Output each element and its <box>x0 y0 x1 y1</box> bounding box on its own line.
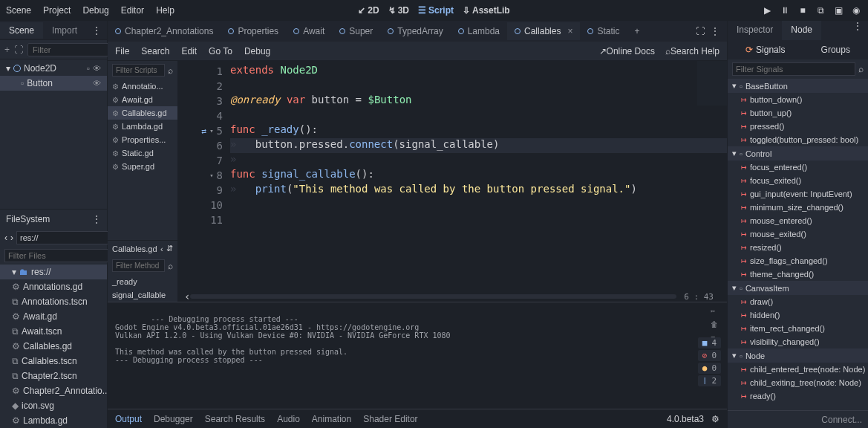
back-icon[interactable]: ‹ <box>160 244 163 253</box>
fs-file[interactable]: ⚙Await.gd <box>0 309 107 324</box>
script-list-item[interactable]: ⚙Properties... <box>108 133 177 146</box>
fs-file[interactable]: ⧉Chapter2.tscn <box>0 369 107 383</box>
code-line[interactable]: @onready var button = $Button <box>230 94 727 108</box>
view-assetlib-button[interactable]: ⇩AssetLib <box>463 5 510 16</box>
tab-groups[interactable]: Groups <box>821 45 850 55</box>
menu-scene[interactable]: Scene <box>6 5 31 16</box>
filter-method-input[interactable] <box>112 259 165 272</box>
signal-item[interactable]: ↦focus_entered() <box>728 160 868 174</box>
script-list-item[interactable]: ⚙Static.gd <box>108 146 177 160</box>
distraction-free-icon[interactable]: ⛶ <box>696 26 705 36</box>
script-menu-file[interactable]: File <box>115 46 129 56</box>
close-icon[interactable]: × <box>567 26 572 36</box>
code-line[interactable] <box>230 79 727 94</box>
menu-project[interactable]: Project <box>43 5 71 16</box>
code-line[interactable]: » button.pressed.connect(signal_callable… <box>230 138 727 153</box>
signal-group[interactable]: ▾▫BaseButton <box>728 79 868 93</box>
bottom-tab-output[interactable]: Output <box>115 414 142 424</box>
add-node-icon[interactable]: + <box>4 45 10 55</box>
script-menu-search[interactable]: Search <box>141 46 169 56</box>
signal-group[interactable]: ▾▫Control <box>728 146 868 160</box>
signal-item[interactable]: ↦focus_exited() <box>728 174 868 187</box>
play-scene-icon[interactable]: ⧉ <box>815 4 826 16</box>
override-icon[interactable]: ⇵ <box>166 244 173 253</box>
signal-item[interactable]: ↦size_flags_changed() <box>728 254 868 268</box>
menu-debug[interactable]: Debug <box>82 5 108 16</box>
error-count-badge[interactable]: ■4 <box>698 337 721 348</box>
visibility-icon[interactable]: 👁 <box>93 79 101 88</box>
view-script-button[interactable]: ☰Script <box>418 5 454 16</box>
inspector-tabs-menu-icon[interactable]: ⋮ <box>847 21 868 40</box>
signal-item[interactable]: ↦hidden() <box>728 308 868 322</box>
search-icon[interactable]: ⌕ <box>858 64 864 74</box>
fs-file[interactable]: ⚙Lambda.gd <box>0 413 107 428</box>
filter-scripts-input[interactable] <box>112 64 165 77</box>
scene-tabs-menu-icon[interactable]: ⋮ <box>86 25 107 36</box>
fs-folder-root[interactable]: ▾ 🖿 res:// <box>0 265 107 279</box>
add-tab-button[interactable]: + <box>627 22 647 40</box>
fs-file[interactable]: ⧉Callables.tscn <box>0 354 107 369</box>
fs-file[interactable]: ⚙Callables.gd <box>0 339 107 354</box>
script-list-item[interactable]: ⚙Callables.gd <box>108 106 177 120</box>
script-tab[interactable]: TypedArray <box>380 22 450 40</box>
fs-file[interactable]: ⧉Await.tscn <box>0 324 107 339</box>
script-menu-edit[interactable]: Edit <box>181 46 197 56</box>
bottom-tab-animation[interactable]: Animation <box>312 414 351 424</box>
script-tab[interactable]: Callables× <box>507 22 580 40</box>
script-tab[interactable]: Super <box>332 22 380 40</box>
code-line[interactable] <box>230 213 727 227</box>
nav-back-icon[interactable]: ‹ <box>4 233 7 243</box>
code-line[interactable]: » <box>230 153 727 168</box>
search-help-link[interactable]: ⌕Search Help <box>665 46 719 56</box>
scroll-left-icon[interactable]: ‹ <box>184 291 190 302</box>
bottom-tab-search[interactable]: Search Results <box>205 414 265 424</box>
method-list-item[interactable]: _ready <box>108 275 177 288</box>
script-tab[interactable]: Static <box>580 22 627 40</box>
bottom-tab-debugger[interactable]: Debugger <box>154 414 193 424</box>
script-menu-debug[interactable]: Debug <box>244 46 270 56</box>
fs-file[interactable]: ◆icon.svg <box>0 398 107 413</box>
signal-item[interactable]: ↦resized() <box>728 241 868 254</box>
signal-item[interactable]: ↦visibility_changed() <box>728 335 868 348</box>
play-icon[interactable]: ▶ <box>761 4 773 16</box>
signal-item[interactable]: ↦theme_changed() <box>728 268 868 281</box>
fs-file[interactable]: ⧉Annotations.tscn <box>0 294 107 309</box>
output-copy-icon[interactable]: ✂ <box>711 307 721 317</box>
fold-icon[interactable]: ▾ <box>209 127 213 134</box>
script-tab[interactable]: Properties <box>221 22 286 40</box>
script-list-item[interactable]: ⚙Annotatio... <box>108 80 177 93</box>
script-menu-goto[interactable]: Go To <box>209 46 232 56</box>
fold-icon[interactable]: ▾ <box>209 172 213 179</box>
script-badge-icon[interactable]: ▫ <box>87 63 90 74</box>
movie-icon[interactable]: ◉ <box>850 4 862 16</box>
online-docs-link[interactable]: ↗Online Docs <box>599 46 655 56</box>
code-line[interactable]: func _ready(): <box>230 123 727 138</box>
minimap[interactable] <box>697 61 727 106</box>
signal-group[interactable]: ▾▫CanvasItem <box>728 281 868 295</box>
filter-signals-input[interactable] <box>732 62 855 76</box>
view-3d-button[interactable]: ↯3D <box>388 5 409 16</box>
horizontal-scrollbar[interactable] <box>190 294 676 299</box>
script-list-item[interactable]: ⚙Super.gd <box>108 160 177 173</box>
script-tab[interactable]: Await <box>286 22 332 40</box>
script-tab[interactable]: Lambda <box>451 22 507 40</box>
fs-file[interactable]: ⚙Annotations.gd <box>0 279 107 294</box>
signal-item[interactable]: ↦child_exiting_tree(node: Node) <box>728 376 868 389</box>
signal-item[interactable]: ↦draw() <box>728 295 868 308</box>
menu-help[interactable]: Help <box>156 5 174 16</box>
signal-item[interactable]: ↦mouse_entered() <box>728 214 868 227</box>
link-icon[interactable]: ⛶ <box>14 45 23 55</box>
warning-count-badge[interactable]: ●0 <box>698 363 721 374</box>
code-line[interactable]: extends Node2D <box>230 64 727 79</box>
menu-editor[interactable]: Editor <box>121 5 144 16</box>
code-line[interactable]: func signal_callable(): <box>230 168 727 183</box>
bottom-settings-icon[interactable]: ⚙ <box>711 414 719 424</box>
signal-item[interactable]: ↦mouse_exited() <box>728 227 868 241</box>
method-list-item[interactable]: signal_callable <box>108 288 177 302</box>
signal-item[interactable]: ↦gui_input(event: InputEvent) <box>728 187 868 201</box>
signal-item[interactable]: ↦item_rect_changed() <box>728 322 868 335</box>
signal-item[interactable]: ↦ready() <box>728 389 868 403</box>
signal-item[interactable]: ↦child_entered_tree(node: Node) <box>728 363 868 376</box>
signal-item[interactable]: ↦pressed() <box>728 120 868 133</box>
script-tab[interactable]: Chapter2_Annotations <box>108 22 221 40</box>
